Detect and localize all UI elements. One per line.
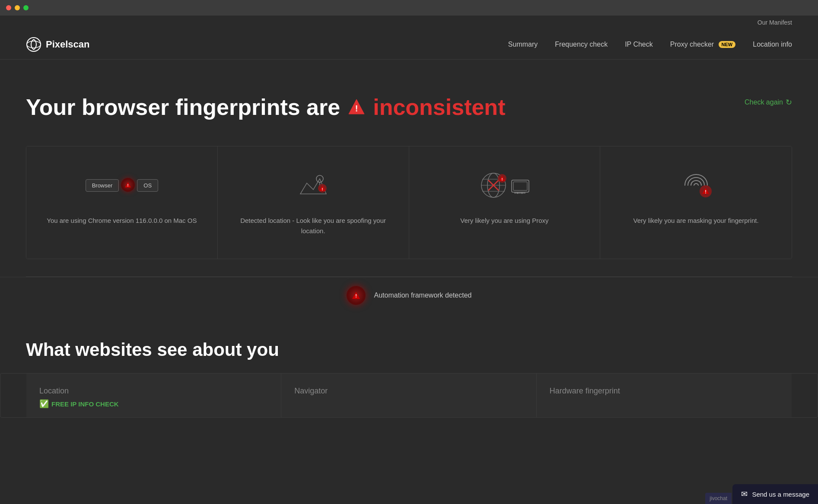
svg-text:!: !: [321, 187, 323, 191]
fingerprint-svg-icon: !: [679, 168, 713, 203]
window-chrome: [0, 0, 818, 16]
os-box: OS: [137, 179, 158, 192]
logo-icon: [26, 37, 41, 52]
location-svg-icon: !: [298, 170, 328, 200]
nav-ip-check[interactable]: IP Check: [625, 41, 653, 48]
hardware-bottom-card[interactable]: Hardware fingerprint: [537, 374, 792, 417]
arrow-area: ← ! →: [121, 182, 135, 188]
automation-alert-badge: !: [347, 286, 366, 305]
hero-status: inconsistent: [373, 94, 505, 120]
hero-title: Your browser fingerprints are ! inconsis…: [26, 94, 505, 120]
nav-location-info[interactable]: Location info: [753, 41, 792, 48]
location-icon-area: !: [296, 168, 331, 203]
hero-header-row: Your browser fingerprints are ! inconsis…: [26, 94, 792, 120]
proxy-icon-area: !: [476, 168, 532, 203]
browser-os-diagram: Browser ← ! → OS: [86, 179, 158, 192]
hardware-card-title: Hardware fingerprint: [550, 387, 779, 396]
fingerprint-card: ! Very likely you are masking your finge…: [600, 146, 792, 259]
manifest-link[interactable]: Our Manifest: [758, 19, 792, 26]
card4-text: Very likely you are masking your fingerp…: [633, 216, 759, 226]
location-bottom-card[interactable]: Location ✅ FREE IP INFO CHECK: [26, 374, 281, 417]
automation-bar: ! Automation framework detected: [0, 277, 818, 314]
navbar: Pixelscan Summary Frequency check IP Che…: [0, 29, 818, 60]
svg-text:!: !: [355, 104, 358, 113]
alert-badge-card1: !: [121, 178, 135, 192]
close-dot[interactable]: [6, 5, 11, 10]
location-card-title: Location: [39, 387, 268, 396]
chat-label: Send us a message: [752, 491, 809, 498]
section2-title: What websites see about you: [26, 339, 792, 360]
chat-icon: ✉: [741, 489, 748, 499]
svg-text:!: !: [705, 189, 707, 194]
chat-widget[interactable]: ✉ Send us a message: [732, 484, 818, 504]
nav-frequency-check[interactable]: Frequency check: [555, 41, 608, 48]
svg-point-1: [27, 41, 41, 48]
card2-text: Detected location - Look like you are sp…: [231, 216, 396, 236]
check-again-button[interactable]: Check again ↻: [745, 98, 792, 107]
nav-proxy-checker[interactable]: Proxy checker NEW: [670, 41, 736, 48]
bottom-cards-grid: Location ✅ FREE IP INFO CHECK Navigator …: [0, 373, 818, 418]
cards-section: Browser ← ! → OS You are using Chrome ve…: [0, 137, 818, 276]
free-ip-badge: ✅ FREE IP INFO CHECK: [39, 399, 119, 409]
svg-rect-18: [513, 182, 527, 190]
svg-text:!: !: [502, 177, 503, 181]
proxy-svg-icon: !: [476, 168, 532, 203]
nav-links: Summary Frequency check IP Check Proxy c…: [508, 41, 792, 48]
proxy-card: ! Very likely you are using Proxy: [409, 146, 601, 259]
topbar: Our Manifest: [0, 16, 818, 29]
maximize-dot[interactable]: [23, 5, 29, 10]
cards-grid: Browser ← ! → OS You are using Chrome ve…: [26, 146, 792, 259]
card1-text: You are using Chrome version 116.0.0.0 o…: [47, 216, 197, 226]
warning-icon: !: [347, 98, 366, 117]
logo[interactable]: Pixelscan: [26, 37, 90, 52]
nav-summary[interactable]: Summary: [508, 41, 538, 48]
fingerprint-icon-area: !: [679, 168, 713, 203]
refresh-icon: ↻: [786, 98, 792, 107]
new-badge: NEW: [719, 41, 736, 48]
jivo-label: jivochat: [705, 493, 732, 504]
browser-os-icon-area: Browser ← ! → OS: [96, 168, 148, 203]
browser-os-card: Browser ← ! → OS You are using Chrome ve…: [26, 146, 218, 259]
automation-text: Automation framework detected: [374, 292, 472, 299]
card3-text: Very likely you are using Proxy: [460, 216, 548, 226]
svg-text:!: !: [355, 293, 357, 298]
browser-box: Browser: [86, 179, 119, 192]
logo-text: Pixelscan: [46, 39, 90, 50]
svg-text:!: !: [127, 183, 129, 187]
check-circle-icon: ✅: [39, 399, 49, 409]
navigator-bottom-card[interactable]: Navigator: [281, 374, 536, 417]
hero-section: Your browser fingerprints are ! inconsis…: [0, 60, 818, 137]
minimize-dot[interactable]: [15, 5, 20, 10]
navigator-card-title: Navigator: [294, 387, 523, 396]
section2-title-area: What websites see about you: [0, 314, 818, 373]
location-card: ! Detected location - Look like you are …: [218, 146, 409, 259]
